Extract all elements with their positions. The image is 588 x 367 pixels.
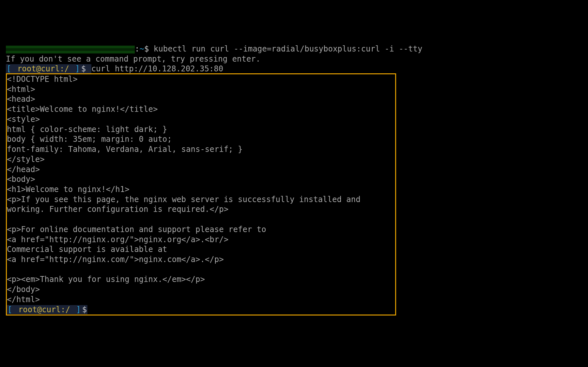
highlighted-output-box: <!DOCTYPE html> <html> <head> <title>Wel… bbox=[6, 73, 396, 316]
output-line-info: If you don't see a command prompt, try p… bbox=[6, 54, 260, 64]
prompt-bracket-close: ] bbox=[74, 64, 80, 73]
prompt-dollar: $ bbox=[144, 44, 154, 53]
prompt-dollar-2: $ bbox=[81, 64, 91, 73]
curl-output-body: <!DOCTYPE html> <html> <head> <title>Wel… bbox=[7, 74, 395, 305]
command-line-2[interactable]: curl http://10.128.202.35:80 bbox=[91, 64, 224, 73]
prompt-colon: : bbox=[135, 44, 139, 53]
prompt-bracket-open: [ bbox=[6, 64, 17, 73]
prompt-path: ~ bbox=[139, 44, 144, 53]
prompt2-bracket-open: [ bbox=[7, 305, 18, 314]
prompt2-bracket-close: ] bbox=[75, 305, 81, 314]
censored-hostname-block bbox=[6, 46, 135, 53]
terminal-window[interactable]: :~$ kubectl run curl --image=radial/busy… bbox=[6, 44, 582, 316]
command-line-1: kubectl run curl --image=radial/busyboxp… bbox=[154, 44, 423, 53]
prompt2-dollar[interactable]: $ bbox=[82, 305, 87, 314]
prompt2-user-host: root@curl:/ bbox=[18, 305, 75, 314]
prompt-user-host: root@curl:/ bbox=[17, 64, 74, 73]
